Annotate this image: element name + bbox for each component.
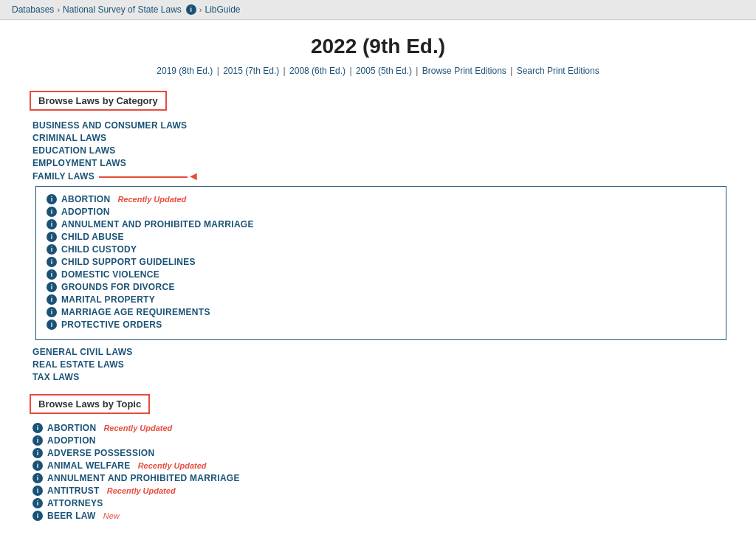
- category-tax-link[interactable]: TAX LAWS: [32, 372, 80, 382]
- topic-info-antitrust[interactable]: i: [32, 486, 43, 496]
- browse-topic-title: Browse Laws by Topic: [38, 398, 141, 410]
- edition-links: 2019 (8th Ed.) | 2015 (7th Ed.) | 2008 (…: [30, 66, 726, 76]
- topic-abortion-badge: Recently Updated: [103, 424, 172, 432]
- sub-child-abuse-link[interactable]: CHILD ABUSE: [61, 232, 124, 242]
- topic-attorneys: i ATTORNEYS: [32, 498, 726, 508]
- family-subcategory-panel: i ABORTION Recently Updated i ADOPTION i…: [35, 186, 726, 340]
- topic-antitrust-link[interactable]: ANTITRUST: [47, 486, 100, 496]
- sub-divorce-link[interactable]: GROUNDS FOR DIVORCE: [61, 282, 175, 292]
- breadcrumb-databases[interactable]: Databases: [12, 4, 54, 15]
- category-real-estate: REAL ESTATE LAWS: [32, 359, 726, 370]
- topic-attorneys-link[interactable]: ATTORNEYS: [47, 498, 103, 508]
- page-wrapper: Databases › National Survey of State Law…: [0, 0, 756, 549]
- topic-adoption-link[interactable]: ADOPTION: [47, 435, 96, 446]
- breadcrumb-survey[interactable]: National Survey of State Laws: [63, 4, 182, 15]
- topic-adverse-possession: i ADVERSE POSSESSION: [32, 448, 726, 458]
- sub-info-child-abuse[interactable]: i: [47, 232, 57, 242]
- topic-info-attorneys[interactable]: i: [32, 498, 43, 508]
- category-education-link[interactable]: EDUCATION LAWS: [32, 145, 116, 156]
- sub-info-abortion[interactable]: i: [47, 194, 57, 204]
- breadcrumb: Databases › National Survey of State Law…: [0, 0, 756, 20]
- family-arrow-head: ◄: [188, 170, 199, 183]
- browse-category-title: Browse Laws by Category: [38, 95, 158, 106]
- topic-info-adverse-possession[interactable]: i: [32, 448, 43, 458]
- category-business: BUSINESS AND CONSUMER LAWS: [32, 120, 726, 131]
- sub-info-divorce[interactable]: i: [47, 282, 57, 292]
- edition-link-2005[interactable]: 2005 (5th Ed.): [356, 66, 412, 76]
- breadcrumb-sep-1: ›: [57, 5, 60, 14]
- sub-domestic-violence-link[interactable]: DOMESTIC VIOLENCE: [61, 269, 159, 280]
- sub-protective-orders-link[interactable]: PROTECTIVE ORDERS: [61, 320, 162, 330]
- sub-marriage-age: i MARRIAGE AGE REQUIREMENTS: [47, 307, 715, 317]
- sub-child-custody: i CHILD CUSTODY: [47, 244, 715, 255]
- sub-child-custody-link[interactable]: CHILD CUSTODY: [61, 244, 137, 255]
- browse-by-topic-section: Browse Laws by Topic i ABORTION Recently…: [30, 394, 726, 521]
- topic-info-beer-law[interactable]: i: [32, 511, 43, 521]
- topic-abortion-link[interactable]: ABORTION: [47, 423, 96, 433]
- sub-marital-property: i MARITAL PROPERTY: [47, 294, 715, 305]
- browse-topic-box: Browse Laws by Topic: [30, 394, 150, 414]
- topic-info-abortion[interactable]: i: [32, 423, 43, 433]
- category-list: BUSINESS AND CONSUMER LAWS CRIMINAL LAWS…: [30, 120, 726, 382]
- sub-annulment-link[interactable]: ANNULMENT AND PROHIBITED MARRIAGE: [61, 219, 254, 229]
- category-employment: EMPLOYMENT LAWS: [32, 157, 726, 168]
- sub-info-protective-orders[interactable]: i: [47, 320, 57, 330]
- sub-info-child-support[interactable]: i: [47, 257, 57, 267]
- category-family-link[interactable]: FAMILY LAWS: [32, 171, 94, 182]
- topic-animal-welfare-badge: Recently Updated: [138, 461, 207, 470]
- topic-annulment-link[interactable]: ANNULMENT AND PROHIBITED MARRIAGE: [47, 473, 240, 483]
- topic-beer-law-link[interactable]: BEER LAW: [47, 511, 96, 521]
- edition-link-2015[interactable]: 2015 (7th Ed.): [223, 66, 279, 76]
- sub-abortion-badge: Recently Updated: [117, 195, 186, 204]
- category-civil: GENERAL CIVIL LAWS: [32, 346, 726, 357]
- sub-info-annulment[interactable]: i: [47, 219, 57, 229]
- topic-adverse-possession-link[interactable]: ADVERSE POSSESSION: [47, 448, 154, 458]
- sub-info-marital-property[interactable]: i: [47, 294, 57, 305]
- topic-info-annulment[interactable]: i: [32, 473, 43, 483]
- edition-link-browse-print[interactable]: Browse Print Editions: [422, 66, 506, 76]
- category-tax: TAX LAWS: [32, 371, 726, 382]
- sub-protective-orders: i PROTECTIVE ORDERS: [47, 320, 715, 330]
- category-criminal-link[interactable]: CRIMINAL LAWS: [32, 133, 106, 143]
- breadcrumb-libguide[interactable]: LibGuide: [205, 4, 240, 15]
- topic-beer-law-badge: New: [103, 511, 120, 520]
- edition-link-2019[interactable]: 2019 (8th Ed.): [157, 66, 213, 76]
- sub-child-support-link[interactable]: CHILD SUPPORT GUIDELINES: [61, 257, 196, 267]
- edition-link-2008[interactable]: 2008 (6th Ed.): [289, 66, 346, 76]
- sub-marriage-age-link[interactable]: MARRIAGE AGE REQUIREMENTS: [61, 307, 210, 317]
- sub-marital-property-link[interactable]: MARITAL PROPERTY: [61, 294, 155, 305]
- topic-info-adoption[interactable]: i: [32, 435, 43, 446]
- topic-antitrust: i ANTITRUST Recently Updated: [32, 486, 726, 496]
- topic-abortion: i ABORTION Recently Updated: [32, 423, 726, 433]
- sub-adoption: i ADOPTION: [47, 207, 715, 217]
- topic-annulment: i ANNULMENT AND PROHIBITED MARRIAGE: [32, 473, 726, 483]
- browse-by-category-section: Browse Laws by Category BUSINESS AND CON…: [30, 91, 726, 382]
- topic-animal-welfare: i ANIMAL WELFARE Recently Updated: [32, 460, 726, 471]
- sub-info-child-custody[interactable]: i: [47, 244, 57, 255]
- sub-divorce: i GROUNDS FOR DIVORCE: [47, 282, 715, 292]
- topic-list: i ABORTION Recently Updated i ADOPTION i…: [30, 423, 726, 521]
- sub-abortion: i ABORTION Recently Updated: [47, 194, 715, 204]
- category-criminal: CRIMINAL LAWS: [32, 132, 726, 143]
- topic-info-animal-welfare[interactable]: i: [32, 460, 43, 471]
- category-civil-link[interactable]: GENERAL CIVIL LAWS: [32, 347, 133, 357]
- topic-antitrust-badge: Recently Updated: [107, 486, 176, 495]
- category-real-estate-link[interactable]: REAL ESTATE LAWS: [32, 359, 124, 370]
- edition-link-search-print[interactable]: Search Print Editions: [517, 66, 599, 76]
- category-employment-link[interactable]: EMPLOYMENT LAWS: [32, 158, 126, 168]
- sub-adoption-link[interactable]: ADOPTION: [61, 207, 110, 217]
- sub-info-adoption[interactable]: i: [47, 207, 57, 217]
- breadcrumb-sep-2: ›: [199, 5, 202, 14]
- family-arrow-line: [99, 176, 188, 178]
- topic-animal-welfare-link[interactable]: ANIMAL WELFARE: [47, 460, 131, 471]
- edition-title: 2022 (9th Ed.): [30, 35, 726, 58]
- category-family: FAMILY LAWS ◄: [32, 170, 726, 183]
- sub-child-support: i CHILD SUPPORT GUIDELINES: [47, 257, 715, 267]
- sub-info-domestic-violence[interactable]: i: [47, 269, 57, 280]
- sub-info-marriage-age[interactable]: i: [47, 307, 57, 317]
- sub-annulment: i ANNULMENT AND PROHIBITED MARRIAGE: [47, 219, 715, 229]
- sub-abortion-link[interactable]: ABORTION: [61, 194, 110, 204]
- topic-beer-law: i BEER LAW New: [32, 511, 726, 521]
- survey-info-icon[interactable]: i: [186, 4, 196, 15]
- category-business-link[interactable]: BUSINESS AND CONSUMER LAWS: [32, 120, 187, 131]
